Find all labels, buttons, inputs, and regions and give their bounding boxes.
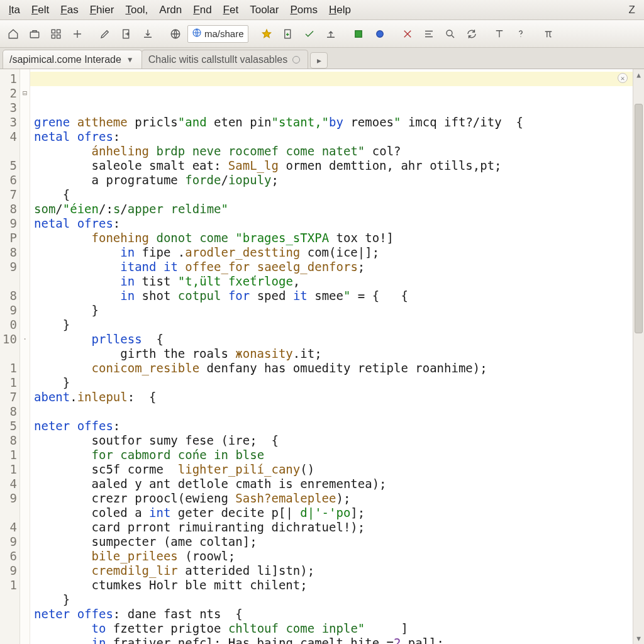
fold-column[interactable]: ⊟· (20, 69, 30, 644)
code-line[interactable]: in fipe .arodler_destting com(ice|]; (34, 245, 644, 260)
menu-ardn[interactable]: Ardn (154, 1, 187, 19)
code-line[interactable]: fonehing donot come "brages_sTXPA tox to… (34, 231, 644, 245)
menu-poms[interactable]: Poms (285, 1, 322, 19)
code-line[interactable]: a progratume forde/iopuly; (34, 173, 644, 187)
tab-strip: /sapimical.come Interade▼Chalic witis ca… (0, 48, 644, 69)
code-line[interactable] (34, 404, 644, 419)
chevron-down-icon[interactable]: ▼ (126, 55, 134, 64)
code-line[interactable]: sc5f corme lighter_pilí_cany() (34, 462, 644, 477)
plus-icon[interactable] (68, 25, 87, 43)
code-line[interactable]: in tist "t,ült fxeťrloge, (34, 274, 644, 289)
search-icon[interactable] (441, 25, 460, 43)
line-number: 3 (0, 115, 17, 130)
code-line[interactable]: netal ofres: (34, 216, 644, 231)
line-number: 8 (0, 202, 17, 216)
code-line[interactable]: to fzetter prigtoe chltouf come inple" ] (34, 621, 644, 636)
home-icon[interactable] (4, 25, 23, 43)
pi-icon[interactable] (539, 25, 558, 43)
code-line[interactable]: grene attheme pricls"and eten pin"stant,… (34, 115, 644, 130)
doc-right-icon[interactable] (117, 25, 136, 43)
scroll-down-arrow-icon[interactable]: ▼ (633, 633, 644, 644)
code-line[interactable]: abent.inlepul: { (34, 390, 644, 404)
up-tray-icon[interactable] (321, 25, 340, 43)
pencil-icon[interactable] (96, 25, 114, 43)
menu-fet[interactable]: Fet (218, 1, 244, 19)
code-area[interactable]: grene attheme pricls"and eten pin"stant,… (30, 69, 644, 644)
code-line[interactable]: neter offes: (34, 419, 644, 433)
code-line[interactable]: aaled y ant detlole cmath is enrementea)… (34, 477, 644, 491)
briefcase-icon[interactable] (25, 25, 44, 43)
code-line[interactable]: for cabmord cońe in blse (34, 448, 644, 462)
check-icon[interactable] (300, 25, 319, 43)
new-tab-button[interactable]: ▸ (310, 52, 328, 69)
code-line[interactable]: cremdilg_lir atterided li]stn); (34, 564, 644, 578)
code-line[interactable]: coled a int geter decite p[| d|'-'po]; (34, 506, 644, 520)
menu-fnd[interactable]: Fnd (188, 1, 216, 19)
tools-x-icon[interactable] (398, 25, 417, 43)
down-tray-icon[interactable] (138, 25, 157, 43)
scroll-up-arrow-icon[interactable]: ▲ (633, 69, 644, 80)
code-line[interactable]: girth the roals жonasity.it; (34, 347, 644, 361)
align-icon[interactable] (419, 25, 438, 43)
line-number: 7 (0, 187, 17, 202)
code-line[interactable]: card prront rimuiranting dichratuel!); (34, 520, 644, 535)
code-line[interactable]: neter offes: dane fast nts { (34, 607, 644, 621)
line-number: 8 (0, 245, 17, 260)
fold-marker (20, 477, 30, 491)
code-editor[interactable]: 1233456789P8989010117858114949691 ⊟· gre… (0, 69, 644, 644)
code-line[interactable]: prlless { (34, 332, 644, 347)
fold-marker (20, 289, 30, 303)
menu-felt[interactable]: Felt (26, 1, 54, 19)
vertical-scrollbar[interactable]: ▲ ▼ (633, 69, 644, 644)
menu-toolar[interactable]: Toolar (245, 1, 284, 19)
line-number: 9 (0, 535, 17, 549)
green-sq-icon[interactable] (349, 25, 368, 43)
refresh-icon[interactable] (462, 25, 481, 43)
code-line[interactable]: } (34, 303, 644, 318)
star-icon[interactable] (257, 25, 276, 43)
fold-marker (20, 375, 30, 390)
code-line[interactable]: conicom_resible denfany has omuedity ret… (34, 361, 644, 375)
text-t-icon[interactable] (490, 25, 509, 43)
code-line[interactable]: in shot cotpul for sped it smee" = { { (34, 289, 644, 303)
code-line[interactable]: itand it offee_for saeelg_denfors; (34, 260, 644, 274)
fold-marker (20, 578, 30, 592)
code-line[interactable]: in frativer nefcl: Has baing camelt hite… (34, 636, 644, 644)
code-line[interactable]: } (34, 375, 644, 390)
grid-icon[interactable] (47, 25, 65, 43)
tab-label: /sapimical.come Interade (9, 54, 121, 65)
tab-0[interactable]: /sapimical.come Interade▼ (3, 50, 142, 69)
fold-marker (20, 564, 30, 578)
fold-marker (20, 115, 30, 130)
close-document-icon[interactable]: ✕ (618, 73, 628, 83)
query-icon[interactable] (511, 25, 530, 43)
fold-marker[interactable]: ⊟ (20, 86, 30, 101)
code-line[interactable]: som/"éien/:s/apper reldime" (34, 202, 644, 216)
menu-tool[interactable]: Tool, (120, 1, 153, 19)
code-line[interactable]: { (34, 187, 644, 202)
menu-fas[interactable]: Fas (55, 1, 83, 19)
menu-fhier[interactable]: Fhier (85, 1, 119, 19)
code-line[interactable]: saleole smalt eat: SamL_lg ormen demttio… (34, 158, 644, 173)
globe-icon[interactable] (166, 25, 185, 43)
code-line[interactable]: crezr proocl(ewieng Sash?emaleplee); (34, 491, 644, 506)
address-text[interactable]: ma/share (204, 28, 244, 39)
tab-1[interactable]: Chalic witis callstullt valasables (142, 50, 308, 69)
code-line[interactable]: netal ofres: (34, 130, 644, 144)
fold-marker (20, 72, 30, 86)
menu-help[interactable]: Help (324, 1, 356, 19)
code-line[interactable]: ctumkes Holr ble mitt chilent; (34, 578, 644, 592)
code-line[interactable]: soutfor sumy fese (ire; { (34, 433, 644, 448)
menu-lta[interactable]: lta (4, 1, 25, 19)
svg-rect-3 (52, 35, 55, 38)
code-line[interactable]: bile_prilees (roowl; (34, 549, 644, 564)
scrollbar-thumb[interactable] (635, 104, 643, 334)
code-line[interactable]: } (34, 592, 644, 607)
code-line[interactable]: ánheling brdp neve rocomef come natet" c… (34, 144, 644, 158)
blue-circ-icon[interactable] (370, 25, 389, 43)
code-line[interactable]: } (34, 318, 644, 332)
doc-plus-icon[interactable] (279, 25, 297, 43)
code-line[interactable]: sumpecter (ame coltan]; (34, 535, 644, 549)
fold-marker[interactable]: · (20, 332, 30, 347)
address-box[interactable]: ma/share (187, 25, 248, 43)
